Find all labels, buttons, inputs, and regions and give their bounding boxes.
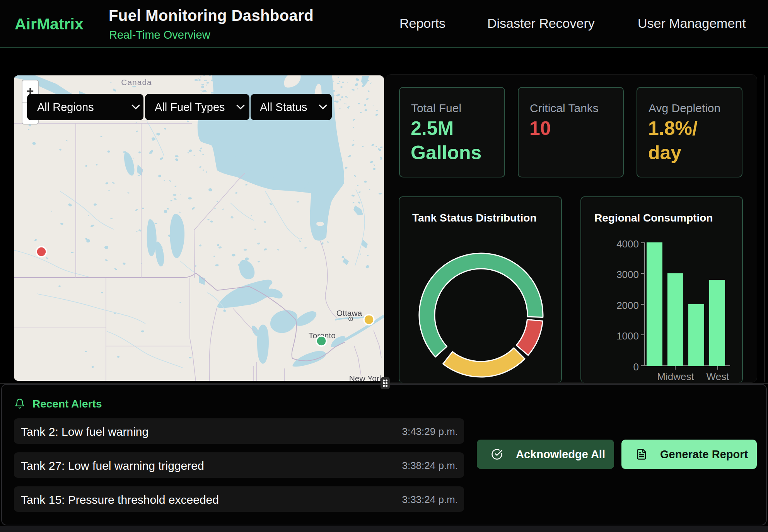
svg-text:3000: 3000	[616, 269, 639, 280]
svg-text:0: 0	[633, 361, 639, 373]
svg-text:West: West	[707, 371, 730, 382]
svg-text:New York: New York	[349, 374, 384, 381]
svg-text:2000: 2000	[616, 300, 639, 311]
svg-text:1000: 1000	[616, 330, 639, 342]
svg-text:4000: 4000	[616, 238, 639, 250]
svg-text:Canada: Canada	[121, 78, 152, 87]
svg-text:Ottawa: Ottawa	[336, 309, 362, 317]
svg-text:Midwest: Midwest	[657, 371, 694, 382]
